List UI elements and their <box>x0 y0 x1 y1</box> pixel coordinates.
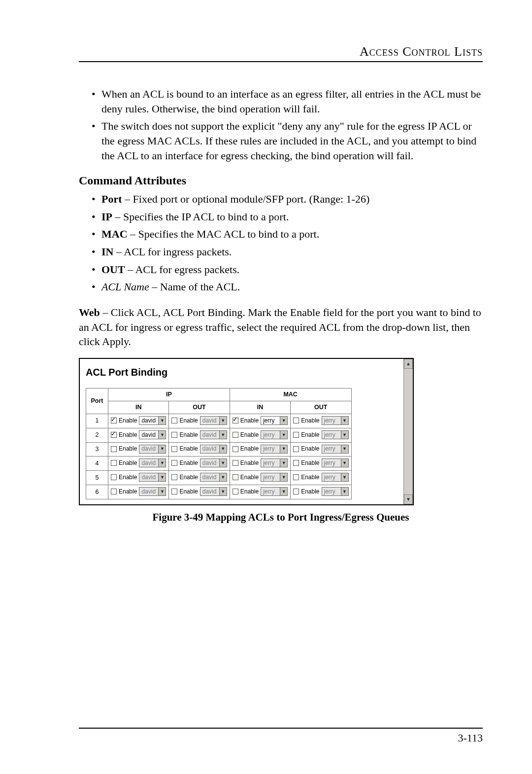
acl-select[interactable]: jerry▼ <box>261 416 288 425</box>
acl-select[interactable]: jerry▼ <box>322 473 349 482</box>
chevron-down-icon[interactable]: ▼ <box>280 431 287 439</box>
enable-checkbox[interactable] <box>171 432 177 438</box>
acl-select[interactable]: david▼ <box>200 430 227 439</box>
enable-checkbox[interactable] <box>111 432 117 438</box>
acl-select[interactable]: david▼ <box>200 416 227 425</box>
chevron-down-icon[interactable]: ▼ <box>341 488 348 495</box>
scroll-track[interactable] <box>404 369 413 494</box>
acl-select[interactable]: david▼ <box>200 445 227 454</box>
enable-checkbox[interactable] <box>111 460 117 466</box>
chevron-down-icon[interactable]: ▼ <box>158 488 166 495</box>
acl-select[interactable]: david▼ <box>139 458 166 467</box>
acl-select[interactable]: david▼ <box>139 416 166 425</box>
acl-select[interactable]: jerry▼ <box>261 473 288 482</box>
acl-select-value: jerry <box>322 417 341 424</box>
enable-checkbox[interactable] <box>233 474 238 480</box>
acl-select-value: david <box>200 431 219 439</box>
enable-checkbox[interactable] <box>293 474 299 480</box>
acl-select[interactable]: david▼ <box>139 487 166 496</box>
scrollbar[interactable]: ▲ ▼ <box>403 359 413 504</box>
acl-select[interactable]: jerry▼ <box>322 487 349 496</box>
chevron-down-icon[interactable]: ▼ <box>341 431 348 439</box>
enable-checkbox[interactable] <box>293 460 299 466</box>
acl-select-value: jerry <box>261 473 280 481</box>
chevron-down-icon[interactable]: ▼ <box>280 445 287 453</box>
chevron-down-icon[interactable]: ▼ <box>219 488 227 495</box>
enable-checkbox[interactable] <box>111 418 117 423</box>
col-mac-out: OUT <box>291 401 351 414</box>
enable-checkbox[interactable] <box>233 446 238 452</box>
acl-select[interactable]: david▼ <box>139 445 166 454</box>
chevron-down-icon[interactable]: ▼ <box>280 459 287 467</box>
acl-select-value: david <box>139 445 158 453</box>
chevron-down-icon[interactable]: ▼ <box>341 473 348 481</box>
chevron-down-icon[interactable]: ▼ <box>341 417 348 424</box>
acl-select[interactable]: jerry▼ <box>322 416 349 425</box>
attr-desc: – Specifies the IP ACL to bind to a port… <box>112 211 289 223</box>
acl-select-value: jerry <box>322 488 341 495</box>
enable-label: Enable <box>179 459 198 467</box>
chevron-down-icon[interactable]: ▼ <box>219 445 227 453</box>
chevron-down-icon[interactable]: ▼ <box>219 459 227 467</box>
enable-checkbox[interactable] <box>293 418 299 423</box>
enable-label: Enable <box>301 473 319 481</box>
enable-label: Enable <box>301 431 319 439</box>
acl-select-value: jerry <box>261 488 280 495</box>
enable-label: Enable <box>301 417 319 424</box>
scroll-down-icon[interactable]: ▼ <box>404 494 413 504</box>
acl-select-value: david <box>200 488 219 495</box>
acl-select-value: jerry <box>261 445 280 453</box>
port-number: 6 <box>86 485 108 499</box>
enable-label: Enable <box>240 431 259 439</box>
enable-label: Enable <box>301 459 319 467</box>
scroll-up-icon[interactable]: ▲ <box>404 359 413 369</box>
acl-select-value: david <box>200 459 219 467</box>
intro-bullet: The switch does not support the explicit… <box>92 119 483 163</box>
enable-checkbox[interactable] <box>233 460 238 466</box>
enable-checkbox[interactable] <box>171 418 177 423</box>
acl-select[interactable]: jerry▼ <box>261 458 288 467</box>
enable-checkbox[interactable] <box>111 446 117 452</box>
enable-checkbox[interactable] <box>233 418 238 423</box>
enable-checkbox[interactable] <box>171 446 177 452</box>
acl-select[interactable]: jerry▼ <box>261 445 288 454</box>
acl-select[interactable]: jerry▼ <box>322 445 349 454</box>
acl-select[interactable]: david▼ <box>200 487 227 496</box>
attr-bullet: OUT – ACL for egress packets. <box>92 262 483 277</box>
chevron-down-icon[interactable]: ▼ <box>341 459 348 467</box>
chevron-down-icon[interactable]: ▼ <box>219 473 227 481</box>
chevron-down-icon[interactable]: ▼ <box>158 459 166 467</box>
chevron-down-icon[interactable]: ▼ <box>219 431 227 439</box>
acl-select[interactable]: jerry▼ <box>322 458 349 467</box>
chevron-down-icon[interactable]: ▼ <box>280 417 287 424</box>
enable-checkbox[interactable] <box>171 489 177 494</box>
acl-select[interactable]: jerry▼ <box>261 487 288 496</box>
attr-desc: – Name of the ACL. <box>149 281 240 293</box>
chevron-down-icon[interactable]: ▼ <box>158 473 166 481</box>
acl-select[interactable]: david▼ <box>139 430 166 439</box>
enable-checkbox[interactable] <box>293 432 299 438</box>
enable-checkbox[interactable] <box>233 489 238 494</box>
enable-checkbox[interactable] <box>111 489 117 494</box>
chevron-down-icon[interactable]: ▼ <box>280 473 287 481</box>
acl-select[interactable]: david▼ <box>200 458 227 467</box>
enable-label: Enable <box>119 459 137 467</box>
page-number: 3-113 <box>79 732 483 744</box>
enable-checkbox[interactable] <box>171 460 177 466</box>
chevron-down-icon[interactable]: ▼ <box>158 417 166 424</box>
acl-select[interactable]: jerry▼ <box>322 430 349 439</box>
enable-checkbox[interactable] <box>171 474 177 480</box>
chevron-down-icon[interactable]: ▼ <box>341 445 348 453</box>
enable-checkbox[interactable] <box>293 489 299 494</box>
acl-select-value: jerry <box>322 459 341 467</box>
acl-select[interactable]: david▼ <box>139 473 166 482</box>
acl-select[interactable]: david▼ <box>200 473 227 482</box>
acl-select[interactable]: jerry▼ <box>261 430 288 439</box>
chevron-down-icon[interactable]: ▼ <box>158 445 166 453</box>
enable-checkbox[interactable] <box>111 474 117 480</box>
chevron-down-icon[interactable]: ▼ <box>280 488 287 495</box>
chevron-down-icon[interactable]: ▼ <box>219 417 227 424</box>
enable-checkbox[interactable] <box>233 432 238 438</box>
chevron-down-icon[interactable]: ▼ <box>158 431 166 439</box>
enable-checkbox[interactable] <box>293 446 299 452</box>
